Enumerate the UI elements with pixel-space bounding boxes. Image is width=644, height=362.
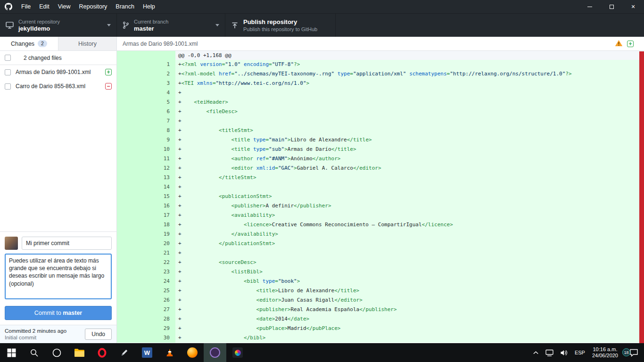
file-explorer-icon[interactable]: [68, 343, 91, 362]
word-icon[interactable]: W: [136, 343, 158, 362]
line-number[interactable]: 2: [117, 69, 175, 79]
menu-repository[interactable]: Repository: [75, 0, 112, 13]
diff-line: 21+: [117, 248, 644, 258]
minimize-button[interactable]: [579, 0, 601, 13]
line-number[interactable]: 12: [117, 164, 175, 173]
menu-edit[interactable]: Edit: [35, 0, 54, 13]
maximize-icon: [610, 5, 614, 9]
menu-view[interactable]: View: [54, 0, 75, 13]
line-number[interactable]: 7: [117, 116, 175, 126]
file-row[interactable]: Armas de Dario 989-1001.xml+: [0, 65, 116, 79]
line-number[interactable]: 19: [117, 230, 175, 239]
vlc-icon[interactable]: [158, 343, 181, 362]
line-number[interactable]: 29: [117, 324, 175, 333]
menu-bar: FileEditViewRepositoryBranchHelp: [17, 0, 159, 13]
chevron-down-icon: [215, 24, 219, 26]
line-number[interactable]: 8: [117, 126, 175, 135]
github-desktop-icon[interactable]: [204, 343, 226, 362]
diff-line: 29+ <pubPlace>Madrid</pubPlace>: [117, 324, 644, 333]
repo-name: jekylldemo: [18, 25, 60, 33]
line-number[interactable]: 5: [117, 98, 175, 107]
avatar: [5, 237, 18, 250]
line-content: + <editor xml:id="GAC">Gabriel A. Calarc…: [175, 164, 381, 173]
diff-scrollbar[interactable]: [639, 51, 644, 343]
volume-icon[interactable]: [557, 343, 571, 362]
line-number[interactable]: 3: [117, 79, 175, 88]
commit-summary-input[interactable]: [22, 237, 112, 250]
line-number[interactable]: 18: [117, 220, 175, 230]
github-desktop-window: FileEditViewRepositoryBranchHelp × Curre…: [0, 0, 644, 362]
line-number[interactable]: 23: [117, 267, 175, 277]
line-number[interactable]: 24: [117, 277, 175, 286]
notification-badge: 18: [622, 348, 630, 356]
commit-description-input[interactable]: Puedes utilizar el área de texto más gra…: [5, 254, 112, 299]
close-button[interactable]: ×: [622, 0, 644, 13]
line-number[interactable]: 21: [117, 248, 175, 258]
hunk-text: @@ -0,0 +1,168 @@: [175, 51, 231, 60]
line-number[interactable]: 25: [117, 286, 175, 296]
start-icon[interactable]: [0, 343, 23, 362]
line-content: + <author ref="#ANM">Anónimo</author>: [175, 154, 340, 164]
line-number[interactable]: 13: [117, 173, 175, 182]
line-content: + </publicationStmt>: [175, 239, 275, 248]
line-number[interactable]: 1: [117, 60, 175, 69]
menu-help[interactable]: Help: [139, 0, 159, 13]
opera-icon[interactable]: [91, 343, 113, 362]
firefox-icon[interactable]: [181, 343, 204, 362]
network-icon[interactable]: [542, 343, 557, 362]
file-checkbox[interactable]: [5, 83, 11, 90]
diff-line: 22+ <sourceDesc>: [117, 258, 644, 267]
menu-branch[interactable]: Branch: [111, 0, 139, 13]
line-number[interactable]: 9: [117, 135, 175, 145]
line-number[interactable]: 20: [117, 239, 175, 248]
minimize-icon: [587, 7, 592, 7]
commit-button[interactable]: Commit to master: [5, 306, 112, 320]
hidden-icons-chevron-icon[interactable]: [529, 343, 542, 362]
line-number[interactable]: 16: [117, 201, 175, 211]
tab-changes[interactable]: Changes 2: [0, 37, 58, 50]
line-number[interactable]: 4: [117, 88, 175, 98]
current-repository-dropdown[interactable]: Current repository jekylldemo: [0, 14, 117, 37]
language-indicator[interactable]: ESP: [571, 343, 588, 362]
line-content: + </titleStmt>: [175, 173, 256, 182]
line-number[interactable]: 22: [117, 258, 175, 267]
pen-icon[interactable]: [113, 343, 136, 362]
tab-changes-label: Changes: [11, 41, 34, 47]
file-checkbox[interactable]: [5, 69, 11, 75]
diff-line: 28+ <date>2014</date>: [117, 314, 644, 324]
time-text: 10:16 a.m.: [592, 346, 618, 353]
line-number[interactable]: 14: [117, 182, 175, 192]
changes-count-badge: 2: [38, 40, 47, 47]
search-icon[interactable]: [23, 343, 45, 362]
line-content: + <sourceDesc>: [175, 258, 256, 267]
line-number[interactable]: 30: [117, 333, 175, 343]
line-number[interactable]: 11: [117, 154, 175, 164]
line-number[interactable]: 17: [117, 211, 175, 220]
diff-lines: 1+<?xml version="1.0" encoding="UTF-8"?>…: [117, 60, 644, 343]
branch-name: master: [134, 25, 168, 33]
file-status-removed-icon: −: [105, 83, 112, 90]
commit-status-text: Committed 2 minutes ago: [5, 328, 66, 334]
line-number[interactable]: 15: [117, 192, 175, 201]
undo-button[interactable]: Undo: [85, 329, 112, 340]
cortana-icon[interactable]: [45, 343, 68, 362]
upload-icon: [231, 22, 239, 29]
toolbar: Current repository jekylldemo Current br…: [0, 13, 644, 37]
publish-repository-button[interactable]: Publish repository Publish this reposito…: [225, 14, 336, 37]
warning-icon[interactable]: [615, 40, 623, 48]
tab-history[interactable]: History: [58, 37, 116, 50]
menu-file[interactable]: File: [17, 0, 35, 13]
notification-center-icon[interactable]: 18: [622, 343, 644, 362]
line-content: + <publisher>Real Academia Española</pub…: [175, 305, 397, 314]
clock[interactable]: 10:16 a.m. 24/06/2020: [588, 346, 622, 359]
select-all-checkbox[interactable]: [5, 55, 11, 61]
line-number[interactable]: 28: [117, 314, 175, 324]
line-number[interactable]: 6: [117, 107, 175, 116]
line-number[interactable]: 27: [117, 305, 175, 314]
line-number[interactable]: 26: [117, 296, 175, 305]
maximize-button[interactable]: [601, 0, 622, 13]
photoshop-icon[interactable]: [226, 343, 249, 362]
file-row[interactable]: Carro de Dario 855-863.xml−: [0, 79, 116, 93]
line-number[interactable]: 10: [117, 145, 175, 154]
current-branch-dropdown[interactable]: Current branch master: [117, 14, 225, 37]
